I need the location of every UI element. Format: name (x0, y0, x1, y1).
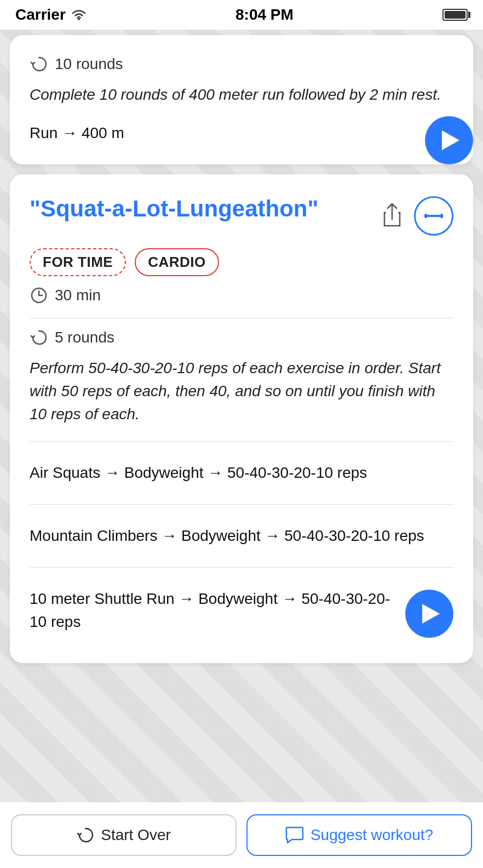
status-time: 8:04 PM (235, 6, 294, 24)
divider-4 (30, 567, 453, 568)
clock-icon (30, 286, 48, 305)
card2-exercise-3-row: 10 meter Shuttle Run → Bodyweight → 50-4… (30, 578, 453, 643)
bottom-bar: Start Over Suggest workout? (0, 802, 483, 868)
wifi-icon (71, 9, 87, 21)
card2-exercise-2: Mountain Climbers → Bodyweight → 50-40-3… (30, 515, 453, 557)
card-1: 10 rounds Complete 10 rounds of 400 mete… (10, 35, 473, 164)
card-2: "Squat-a-Lot-Lungeathon" (10, 174, 473, 663)
svg-rect-2 (430, 215, 437, 217)
scroll-area: 10 rounds Complete 10 rounds of 400 mete… (0, 30, 483, 802)
divider-3 (30, 504, 453, 505)
svg-rect-1 (427, 215, 430, 217)
card2-duration: 30 min (55, 287, 101, 304)
card2-play-icon (422, 604, 440, 624)
tag-for-time: FOR TIME (30, 248, 126, 276)
card1-description: Complete 10 rounds of 400 meter run foll… (30, 83, 453, 106)
card2-play-button[interactable] (405, 590, 453, 638)
card2-actions (380, 196, 453, 236)
rounds-icon-2 (30, 328, 48, 347)
start-over-button[interactable]: Start Over (11, 814, 237, 856)
card2-title: "Squat-a-Lot-Lungeathon" (30, 194, 318, 224)
card2-exercise-3: 10 meter Shuttle Run → Bodyweight → 50-4… (30, 587, 453, 633)
card2-description: Perform 50-40-30-20-10 reps of each exer… (30, 357, 453, 426)
battery-icon (442, 9, 468, 21)
svg-rect-4 (440, 214, 443, 218)
card2-time-row: 30 min (30, 286, 453, 305)
tag-cardio: CARDIO (135, 248, 219, 276)
chat-icon (285, 826, 304, 844)
carrier-label: Carrier (15, 6, 66, 24)
divider-2 (30, 441, 453, 442)
dumbbell-icon (423, 205, 445, 227)
card1-play-button[interactable] (425, 116, 473, 164)
card2-header-row: "Squat-a-Lot-Lungeathon" (30, 194, 453, 236)
share-button[interactable] (380, 201, 404, 232)
card1-play-icon (442, 130, 459, 150)
status-bar: Carrier 8:04 PM (0, 0, 483, 30)
dumbbell-button[interactable] (414, 196, 453, 236)
card1-exercise: Run → 400 m (30, 122, 453, 145)
suggest-button[interactable]: Suggest workout? (246, 814, 472, 856)
start-over-icon (77, 826, 94, 844)
share-icon (382, 203, 402, 228)
card2-rounds-label: 5 rounds (55, 329, 114, 346)
suggest-label: Suggest workout? (311, 826, 433, 844)
card2-tags-row: FOR TIME CARDIO (30, 248, 453, 276)
card2-rounds-row: 5 rounds (30, 328, 453, 347)
card1-rounds-label: 10 rounds (55, 55, 123, 73)
divider-1 (30, 318, 453, 318)
card1-rounds-row: 10 rounds (30, 55, 453, 73)
status-battery (442, 9, 468, 21)
card2-exercise-1: Air Squats → Bodyweight → 50-40-30-20-10… (30, 452, 453, 494)
svg-rect-3 (437, 215, 440, 217)
rounds-icon (30, 55, 48, 73)
start-over-label: Start Over (101, 826, 171, 844)
battery-fill (445, 11, 465, 19)
svg-rect-0 (424, 214, 427, 218)
status-carrier: Carrier (15, 6, 87, 24)
